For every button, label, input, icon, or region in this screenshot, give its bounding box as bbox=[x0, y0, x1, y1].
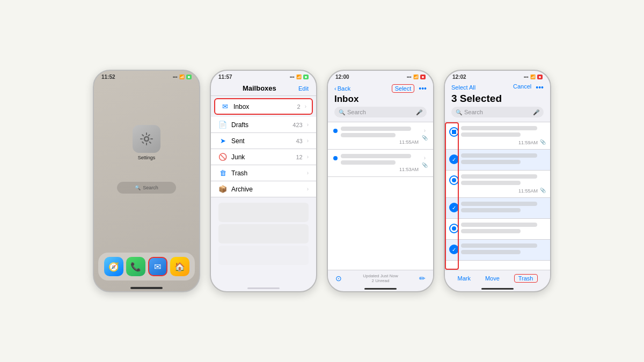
check-3-checked[interactable]: ✓ bbox=[449, 245, 459, 254]
phone-2-mailboxes: 11:57 ▪▪▪ 📶 ■ ‹ Mailboxes Edit ✉ Inbox 2… bbox=[210, 70, 317, 292]
home-indicator-3 bbox=[364, 288, 397, 290]
email-chevron-2: › bbox=[424, 155, 426, 161]
sel-time-2: 11:55AM bbox=[518, 188, 538, 194]
sel-email-1-checked bbox=[461, 153, 546, 166]
compose-icon[interactable]: ⊙ bbox=[335, 274, 342, 283]
inbox-nav-right: Select ••• bbox=[392, 84, 427, 93]
inbox-header: ‹ Back Select ••• Inbox 🔍 Search 🎤 bbox=[328, 81, 433, 122]
blurred-row-1 bbox=[218, 203, 309, 222]
archive-row[interactable]: 📦 Archive › bbox=[211, 181, 316, 197]
sel-subject-1 bbox=[461, 132, 521, 137]
footer-status: Updated Just Now 2 Unread bbox=[363, 274, 398, 283]
wifi-icon-4: 📶 bbox=[530, 75, 536, 79]
mail-symbol: ✉ bbox=[154, 262, 161, 272]
time-1: 11:52 bbox=[101, 74, 115, 80]
time-3: 12:00 bbox=[335, 74, 349, 80]
trash-row[interactable]: 🗑 Trash › bbox=[211, 165, 316, 181]
safari-symbol: 🧭 bbox=[108, 262, 119, 272]
select-button[interactable]: Select bbox=[392, 84, 415, 93]
sel-sender-1c bbox=[461, 153, 537, 158]
selected-row-1-checked[interactable]: ✓ bbox=[445, 150, 550, 171]
selected-title: 3 Selected bbox=[451, 93, 544, 105]
search-label: Search bbox=[143, 185, 158, 190]
sent-count: 43 bbox=[296, 138, 302, 144]
email-chevron-1: › bbox=[424, 128, 426, 134]
drafts-label: Drafts bbox=[231, 121, 288, 129]
sel-subject-2c bbox=[461, 208, 521, 212]
sel-email-2-checked bbox=[461, 202, 546, 215]
sel-sender-1 bbox=[461, 126, 537, 130]
search-placeholder-3: Search bbox=[347, 109, 414, 115]
email-content-2: 11:53AM bbox=[341, 154, 419, 172]
selected-row-1[interactable]: 11:59AM 📎 bbox=[445, 122, 550, 150]
sent-row[interactable]: ➤ Sent 43 › bbox=[211, 133, 316, 149]
junk-row[interactable]: 🚫 Junk 12 › bbox=[211, 149, 316, 165]
sel-sender-3c bbox=[461, 243, 537, 248]
check-2-checked[interactable]: ✓ bbox=[449, 203, 459, 212]
battery-icon-2: ■ bbox=[303, 75, 309, 79]
email-sender-1 bbox=[341, 127, 411, 131]
home-app-icon[interactable]: 🏠 bbox=[170, 257, 189, 276]
email-row-2[interactable]: 11:53AM › 📎 bbox=[328, 150, 433, 177]
check-2[interactable] bbox=[449, 175, 459, 185]
mark-button[interactable]: Mark bbox=[457, 275, 470, 282]
trash-icon: 🗑 bbox=[218, 169, 227, 177]
mail-icon[interactable]: ✉ bbox=[148, 257, 167, 276]
email-row-1-right: › 📎 bbox=[422, 127, 428, 141]
drafts-chevron: › bbox=[307, 122, 309, 128]
battery-icon-4: ■ bbox=[537, 75, 543, 79]
junk-label: Junk bbox=[231, 153, 291, 161]
time-4: 12:02 bbox=[452, 74, 466, 80]
inbox-row[interactable]: ✉ Inbox 2 › bbox=[214, 98, 313, 115]
inbox-count: 2 bbox=[297, 104, 301, 110]
status-bar-4: 12:02 ▪▪▪ 📶 ■ bbox=[445, 71, 550, 81]
archive-label: Archive bbox=[231, 186, 298, 193]
sel-email-2: 11:55AM 📎 bbox=[461, 174, 546, 194]
trash-label: Trash bbox=[231, 169, 298, 177]
cancel-button[interactable]: Cancel bbox=[513, 83, 531, 92]
sel-subject-3c bbox=[461, 250, 521, 254]
selected-row-2[interactable]: 11:55AM 📎 bbox=[445, 171, 550, 198]
mic-icon-4: 🎤 bbox=[533, 109, 539, 115]
settings-icon[interactable] bbox=[133, 125, 160, 153]
search-bar-4[interactable]: 🔍 Search 🎤 bbox=[451, 107, 544, 117]
check-1[interactable] bbox=[449, 127, 459, 137]
blurred-row-2 bbox=[218, 224, 309, 243]
email-row-1[interactable]: 11:55AM › 📎 bbox=[328, 122, 433, 150]
phone-icon[interactable]: 📞 bbox=[126, 257, 145, 276]
blurred-row-3 bbox=[218, 246, 309, 265]
wifi-icon-2: 📶 bbox=[296, 75, 302, 79]
drafts-row[interactable]: 📄 Drafts 423 › bbox=[211, 117, 316, 133]
sel-sender-2c bbox=[461, 202, 537, 206]
check-1-checked[interactable]: ✓ bbox=[449, 154, 459, 164]
new-mail-icon[interactable]: ✏ bbox=[419, 274, 426, 283]
selected-row-3-checked[interactable]: ✓ bbox=[445, 240, 550, 261]
back-button[interactable]: ‹ Back bbox=[334, 85, 350, 92]
checkmark-2: ✓ bbox=[452, 205, 456, 211]
search-bar-3[interactable]: 🔍 Search 🎤 bbox=[334, 107, 427, 117]
email-subject-1 bbox=[341, 133, 396, 137]
search-icon-3: 🔍 bbox=[339, 109, 345, 115]
more-button[interactable]: ••• bbox=[419, 84, 427, 93]
edit-button[interactable]: Edit bbox=[298, 85, 309, 92]
attachment-icon-1: 📎 bbox=[422, 135, 428, 141]
home-search-bar[interactable]: 🔍 Search bbox=[117, 182, 176, 194]
selected-nav-right: Cancel ••• bbox=[513, 83, 544, 92]
mailboxes-list: ✉ Inbox 2 › 📄 Drafts 423 › ➤ Sent 43 › 🚫… bbox=[211, 96, 316, 285]
status-icons-4: ▪▪▪ 📶 ■ bbox=[524, 75, 543, 79]
home-content: Settings 🔍 Search bbox=[94, 81, 199, 248]
unread-dot-2 bbox=[333, 156, 338, 160]
selected-row-2-checked[interactable]: ✓ bbox=[445, 198, 550, 219]
safari-icon[interactable]: 🧭 bbox=[104, 257, 123, 276]
more-button-4[interactable]: ••• bbox=[536, 83, 544, 92]
check-3[interactable] bbox=[449, 224, 459, 233]
move-button[interactable]: Move bbox=[485, 275, 500, 282]
settings-label: Settings bbox=[138, 155, 156, 160]
sel-time-1: 11:59AM bbox=[518, 140, 538, 145]
sel-subject-3 bbox=[461, 229, 521, 233]
trash-button[interactable]: Trash bbox=[514, 274, 538, 283]
wifi-icon: 📶 bbox=[179, 75, 185, 79]
selected-row-3[interactable] bbox=[445, 219, 550, 240]
status-icons-3: ▪▪▪ 📶 ■ bbox=[407, 75, 426, 79]
select-all-button[interactable]: Select All bbox=[451, 84, 475, 91]
